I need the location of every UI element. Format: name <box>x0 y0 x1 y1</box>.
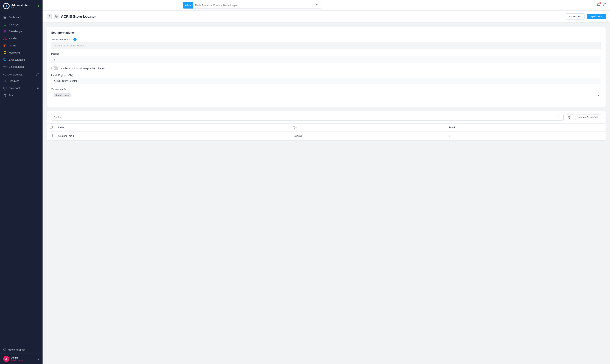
svg-point-7 <box>4 37 5 38</box>
section-title: Set-Informationen <box>51 31 601 34</box>
position-group: Position <box>51 52 601 63</box>
add-sales-channel-button[interactable]: + <box>36 73 39 76</box>
delete-button[interactable] <box>566 114 573 120</box>
data-table: Label Typ Positi... Custom Text 1 Textfe… <box>47 124 606 140</box>
app-version: 6.6.7.1 <box>11 7 38 9</box>
label-field-input[interactable] <box>51 78 601 84</box>
table-search-input[interactable] <box>54 116 558 119</box>
svg-line-24 <box>560 117 560 118</box>
user-menu[interactable]: A admin Administrator ▲ <box>0 353 42 364</box>
sidebar-item-einstellungen[interactable]: Einstellungen <box>0 63 42 70</box>
settings-icon <box>3 65 7 69</box>
cancel-button[interactable]: Abbrechen <box>565 13 585 19</box>
sidebar-item-label: Erweiterungen <box>9 58 25 61</box>
sidebar-item-kunden[interactable]: Kunden <box>0 35 42 42</box>
avatar: A <box>3 356 9 362</box>
new-zusatzfeld-button[interactable]: Neues Zusatzfeld <box>575 114 601 120</box>
svg-rect-5 <box>5 18 6 18</box>
use-for-label: Verwenden für <box>51 88 601 91</box>
table-toolbar: Neues Zusatzfeld <box>47 111 606 124</box>
row-typ: Textfeld <box>290 131 446 140</box>
monitor-icon <box>3 86 7 90</box>
back-button[interactable] <box>47 14 52 19</box>
table-section: Neues Zusatzfeld Label Typ Positi... <box>47 111 606 141</box>
main-area: Alle ▾ ACRIS <box>42 0 610 364</box>
sidebar-item-label: Kunden <box>9 37 17 40</box>
menu-collapse-label: Menü einklappen <box>8 348 39 351</box>
position-label: Position <box>51 52 601 55</box>
online-indicator <box>38 5 39 7</box>
toggle-thumb <box>52 67 55 70</box>
chevron-down-icon: ▾ <box>598 94 599 97</box>
notifications-button[interactable] <box>597 3 600 7</box>
row-checkbox[interactable] <box>50 134 53 137</box>
sidebar-item-dashboard[interactable]: Dashboard <box>0 14 42 21</box>
page-content: Set-Informationen Technischer Name * ? <box>42 23 610 145</box>
search-input[interactable] <box>193 2 314 9</box>
use-for-group: Verwenden für Store Locator ▾ <box>51 88 601 99</box>
sidebar-item-bestellungen[interactable]: Bestellungen <box>0 28 42 35</box>
svg-point-23 <box>558 116 560 118</box>
page-title: ACRIS Store Locator <box>61 14 563 19</box>
sidebar-item-label: Marketing <box>9 51 20 54</box>
select-all-checkbox[interactable] <box>50 126 53 129</box>
svg-rect-3 <box>5 16 6 17</box>
svg-rect-4 <box>4 18 5 18</box>
topbar: Alle ▾ <box>42 0 610 11</box>
position-input[interactable] <box>51 56 601 63</box>
menu-collapse-button[interactable]: Menü einklappen <box>0 346 42 353</box>
search-bar: Alle ▾ <box>183 2 321 9</box>
admin-languages-toggle[interactable] <box>51 66 58 70</box>
notification-badge <box>599 2 601 4</box>
headless-label: Headless <box>9 79 39 82</box>
technical-name-label: Technischer Name * ? <box>51 38 601 41</box>
technical-name-group: Technischer Name * ? <box>51 38 601 49</box>
collapse-icon <box>3 348 6 351</box>
row-menu-button[interactable]: ··· <box>600 134 603 138</box>
set-info-card: Set-Informationen Technischer Name * ? <box>47 27 606 107</box>
row-label: Custom Text 1 <box>55 131 290 140</box>
save-button[interactable]: Speichern <box>587 14 606 19</box>
technical-name-input[interactable] <box>51 42 601 49</box>
search-button[interactable] <box>314 2 321 9</box>
row-position: 1 <box>446 131 597 140</box>
table-row: Custom Text 1 Textfeld 1 ··· <box>47 131 606 140</box>
svg-point-1 <box>6 5 7 7</box>
svg-point-14 <box>38 88 39 88</box>
users-icon <box>3 37 7 40</box>
use-for-select[interactable]: Store Locator ▾ <box>51 92 601 99</box>
svg-point-22 <box>56 16 57 16</box>
sidebar-item-test[interactable]: Test <box>0 92 42 99</box>
card-body: Set-Informationen Technischer Name * ? <box>47 27 606 107</box>
table-body: Custom Text 1 Textfeld 1 ··· <box>47 131 606 140</box>
user-role: Administrator <box>11 359 36 362</box>
code-icon <box>3 79 7 83</box>
sidebar-item-erweiterungen[interactable]: Erweiterungen <box>0 56 42 63</box>
sidebar-item-label: Inhalte <box>9 44 16 47</box>
settings-button[interactable] <box>54 14 59 19</box>
svg-point-17 <box>3 348 6 351</box>
sidebar-item-headless[interactable]: Headless <box>0 78 42 85</box>
topbar-icons <box>597 3 607 7</box>
sidebar-item-marketing[interactable]: Marketing <box>0 49 42 56</box>
shopping-bag-icon <box>3 30 7 33</box>
search-filter-select[interactable]: Alle ▾ <box>183 2 193 9</box>
sidebar-item-storefront[interactable]: Storefront <box>0 85 42 92</box>
main-nav: Dashboard Kataloge Bestellungen Kunden I… <box>0 12 42 346</box>
svg-rect-8 <box>4 44 6 47</box>
page-header: ACRIS Store Locator Abbrechen Speichern <box>42 11 610 23</box>
svg-point-18 <box>316 4 318 6</box>
sidebar-item-kataloge[interactable]: Kataloge <box>0 21 42 28</box>
megaphone-icon <box>3 51 7 54</box>
sidebar: Administration 6.6.7.1 Dashboard Katalog… <box>0 0 42 364</box>
sidebar-item-inhalte[interactable]: Inhalte <box>0 42 42 49</box>
help-button[interactable] <box>603 3 607 7</box>
svg-line-19 <box>318 6 318 6</box>
storefront-label: Storefront <box>9 87 35 90</box>
chevron-down-icon: ▾ <box>190 4 191 6</box>
store-locator-tag: Store Locator <box>53 93 71 97</box>
app-logo <box>3 3 10 9</box>
help-icon[interactable]: ? <box>73 38 77 41</box>
content-area: ACRIS Store Locator Abbrechen Speichern … <box>42 11 610 364</box>
svg-point-10 <box>5 66 5 67</box>
